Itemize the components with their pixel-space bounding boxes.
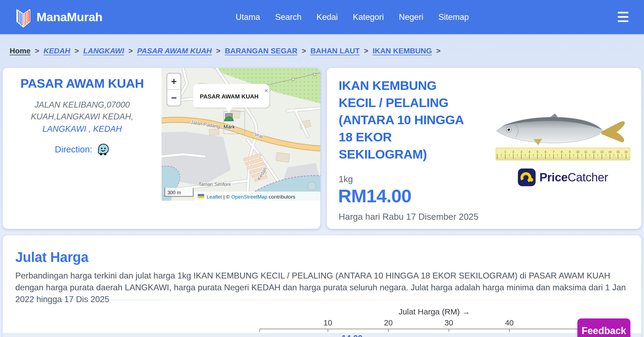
breadcrumb: Home>KEDAH>LANGKAWI>PASAR AWAM KUAH>BARA…: [10, 45, 445, 57]
nav-link-kategori[interactable]: Kategori: [353, 12, 384, 22]
svg-text:12: 12: [592, 150, 595, 153]
map-area-label-taman-simfoni: Taman Simfoni: [199, 182, 230, 187]
link-separator: ,: [86, 124, 93, 134]
svg-text:7: 7: [553, 150, 554, 153]
marker-label: Mark: [224, 124, 235, 130]
map-tiles: Jalan Padang sirat Kedah Taman Simfoni M…: [162, 68, 320, 201]
svg-text:10: 10: [576, 150, 579, 153]
svg-text:4: 4: [529, 150, 530, 153]
svg-text:13: 13: [600, 150, 603, 153]
map-marker-icon[interactable]: [224, 113, 233, 121]
nav-link-kedai[interactable]: Kedai: [317, 12, 338, 22]
breadcrumb-link-bahan-laut[interactable]: BAHAN LAUT: [310, 47, 360, 55]
product-price: RM14.00: [338, 185, 411, 207]
svg-text:11: 11: [584, 150, 587, 153]
zoom-out-button[interactable]: −: [171, 92, 177, 103]
breadcrumb-separator: >: [75, 47, 79, 55]
breadcrumb-link-home[interactable]: Home: [10, 47, 31, 55]
breadcrumb-link-kedah[interactable]: KEDAH: [43, 47, 70, 55]
breadcrumb-separator: >: [129, 47, 133, 55]
product-title: IKAN KEMBUNG KECIL / PELALING (ANTARA 10…: [339, 77, 474, 163]
x-tick-mark-20: [388, 329, 389, 332]
attribution-contributors: contributors: [267, 194, 295, 200]
row-value-label: 14.00: [342, 334, 363, 337]
breadcrumb-link-pasar-awam-kuah[interactable]: PASAR AWAM KUAH: [137, 47, 212, 55]
breadcrumb-separator: >: [436, 47, 441, 55]
svg-text:3: 3: [521, 150, 522, 153]
chart-x-axis-title: Julat Harga (RM) →: [259, 307, 609, 316]
x-tick-mark-10: [328, 329, 328, 332]
direction-row: Direction:: [3, 143, 162, 156]
x-tick-mark-40: [509, 329, 510, 332]
direction-label: Direction:: [55, 144, 92, 155]
julat-harga-heading: Julat Harga: [15, 249, 88, 265]
header: ManaMurah UtamaSearchKedaiKategoriNegeri…: [0, 0, 644, 34]
x-tick-label-30: 30: [444, 318, 453, 327]
attribution-osm-link[interactable]: OpenStreetMap: [231, 194, 267, 200]
x-tick-label-40: 40: [505, 318, 514, 327]
product-unit: 1kg: [339, 174, 353, 184]
breadcrumb-separator: >: [302, 47, 306, 55]
svg-text:Leaflet | © OpenStreetMap cont: Leaflet | © OpenStreetMap contributors: [207, 194, 295, 200]
fish-image: 12345678910111213141516: [493, 111, 633, 162]
pricecatcher-word-catcher: Catcher: [568, 171, 608, 184]
product-card: IKAN KEMBUNG KECIL / PELALING (ANTARA 10…: [327, 68, 641, 229]
svg-text:9: 9: [569, 150, 570, 153]
svg-text:14: 14: [608, 150, 612, 153]
svg-text:5: 5: [537, 150, 538, 153]
pricecatcher-logo: PriceCatcher: [493, 169, 633, 186]
attribution-separator: | ©: [222, 194, 231, 200]
price-date: Harga hari Rabu 17 Disember 2025: [339, 212, 478, 222]
julat-harga-card: Julat Harga Perbandingan harga terkini d…: [3, 235, 641, 337]
nav-link-utama[interactable]: Utama: [236, 12, 260, 22]
main-nav: UtamaSearchKedaiKategoriNegeriSitemap: [236, 0, 469, 34]
breadcrumb-separator: >: [364, 47, 368, 55]
page: { "colors":{ "header_bg":"#4377e7","acce…: [0, 0, 644, 337]
store-address: JALAN KELIBANG,07000 KUAH,LANGKAWI KEDAH…: [11, 99, 153, 123]
svg-text:8: 8: [561, 150, 562, 153]
map-scale-bar: 300 m: [165, 188, 193, 196]
feedback-button[interactable]: Feedback: [577, 318, 630, 337]
breadcrumb-link-barangan-segar[interactable]: BARANGAN SEGAR: [225, 47, 298, 55]
district-link[interactable]: LANGKAWI: [42, 124, 86, 134]
svg-text:6: 6: [545, 150, 546, 153]
x-tick-mark-30: [449, 329, 449, 332]
breadcrumb-separator: >: [35, 47, 39, 55]
map-zoom-control: + −: [167, 73, 181, 106]
brand-name[interactable]: ManaMurah: [36, 0, 103, 34]
popup-close-icon[interactable]: ×: [264, 87, 268, 94]
breadcrumb-separator: >: [216, 47, 220, 55]
attribution-leaflet-link[interactable]: Leaflet: [207, 194, 222, 200]
scale-label: 300 m: [167, 190, 181, 195]
leaflet-map[interactable]: Jalan Padang sirat Kedah Taman Simfoni M…: [162, 68, 320, 201]
pricecatcher-wordmark: PriceCatcher: [539, 171, 608, 184]
price-range-axis: 14.00 10203040: [259, 329, 609, 329]
address-line-1: JALAN KELIBANG,07000: [35, 100, 130, 109]
chart-row-strip: [3, 333, 641, 337]
nav-link-sitemap[interactable]: Sitemap: [438, 12, 469, 22]
state-link[interactable]: KEDAH: [93, 124, 122, 134]
address-line-2: KUAH,LANGKAWI KEDAH,: [31, 112, 133, 121]
store-name: PASAR AWAM KUAH: [3, 76, 162, 91]
nav-link-negeri[interactable]: Negeri: [399, 12, 423, 22]
breadcrumb-link-langkawi[interactable]: LANGKAWI: [83, 47, 124, 55]
breadcrumb-link-ikan-kembung[interactable]: IKAN KEMBUNG: [373, 47, 432, 55]
manamurah-logo-icon[interactable]: [14, 6, 32, 28]
popup-title: PASAR AWAM KUAH: [200, 93, 259, 100]
zoom-in-button[interactable]: +: [171, 76, 177, 87]
chart-top-hairline: [36, 300, 590, 300]
pricecatcher-icon: [518, 169, 536, 186]
map-attribution: Leaflet | © OpenStreetMap contributors: [195, 192, 320, 201]
svg-text:1: 1: [504, 150, 506, 153]
hamburger-menu-icon[interactable]: [618, 12, 628, 22]
svg-text:15: 15: [616, 150, 620, 153]
waze-icon[interactable]: [97, 143, 109, 156]
store-location-links: LANGKAWI , KEDAH: [3, 124, 162, 134]
x-tick-label-10: 10: [324, 318, 332, 327]
svg-text:16: 16: [624, 150, 628, 153]
svg-text:2: 2: [513, 150, 514, 153]
x-tick-label-20: 20: [384, 318, 393, 327]
nav-link-search[interactable]: Search: [275, 12, 301, 22]
store-card: PASAR AWAM KUAH JALAN KELIBANG,07000 KUA…: [3, 68, 320, 229]
pricecatcher-word-price: Price: [539, 171, 568, 184]
